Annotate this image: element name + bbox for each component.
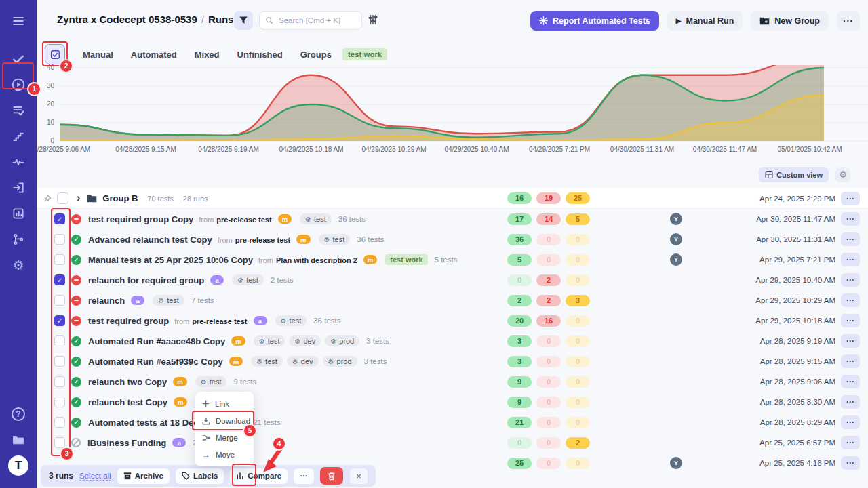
run-name[interactable]: relaunch two Copy	[88, 377, 167, 387]
help-icon[interactable]: ?	[8, 404, 28, 424]
annotation-badge-5: 5	[244, 425, 256, 436]
run-row[interactable]: ✓ test required group Copy frompre-relea…	[37, 209, 868, 229]
run-date: Apr 30, 2025 11:31 AM	[756, 235, 835, 243]
menu-item-move[interactable]: → Move	[195, 446, 254, 463]
run-date: Apr 28, 2025 9:15 AM	[760, 357, 835, 365]
tag-icon	[182, 472, 190, 480]
close-selection-button[interactable]: ×	[350, 468, 368, 484]
row-checkbox[interactable]	[54, 376, 65, 387]
result-counts: 2500	[507, 458, 590, 469]
run-row[interactable]: ✓ relaunch two Copy m ⚙test 9 tests 900 …	[37, 371, 868, 392]
owner-badge: a	[210, 275, 224, 285]
count-passed: 3	[507, 356, 532, 367]
row-more-button[interactable]: ···	[841, 293, 860, 307]
run-row[interactable]: ✓ Automated Run #ea5f939c Copy m ⚙test⚙d…	[37, 351, 868, 371]
avatar: Y	[670, 213, 682, 225]
steps-icon[interactable]	[8, 126, 28, 146]
run-name[interactable]: Advanced relaunch test Copy	[88, 235, 212, 245]
run-row[interactable]: relaunch a ⚙test 7 tests 223 Apr 29, 202…	[37, 290, 868, 310]
app-logo[interactable]: T	[8, 455, 28, 476]
row-more-button[interactable]: ···	[841, 212, 860, 226]
import-icon[interactable]	[8, 178, 28, 198]
run-name[interactable]: test required group	[88, 316, 169, 326]
menu-item-link[interactable]: Link	[195, 395, 254, 412]
run-name[interactable]: relaunch for required group	[88, 275, 204, 285]
run-row[interactable]: ✓ Automated tests at 18 Dec 2024 12 21 t…	[37, 412, 868, 432]
row-checkbox[interactable]: ✓	[54, 315, 65, 326]
row-checkbox[interactable]	[54, 254, 65, 265]
group-row[interactable]: › Group B 70 tests 28 runs 161925 Apr 24…	[37, 188, 868, 208]
selection-more-button[interactable]: ···	[294, 468, 314, 484]
row-more-button[interactable]: ···	[841, 334, 860, 348]
row-checkbox[interactable]	[54, 396, 65, 407]
row-more-button[interactable]: ···	[841, 436, 860, 449]
runs-play-icon[interactable]	[8, 75, 28, 95]
run-name[interactable]: test required group Copy	[88, 214, 193, 224]
run-name[interactable]: Manual tests at 25 Apr 2025 10:06 Copy	[88, 255, 253, 265]
run-name[interactable]: Automated Run #ea5f939c Copy	[88, 357, 223, 367]
row-more-button[interactable]: ···	[841, 273, 860, 287]
row-more-button[interactable]: ···	[841, 314, 860, 327]
row-checkbox[interactable]: ✓	[54, 274, 65, 285]
run-row[interactable]: ✓ test required group frompre-release te…	[37, 310, 868, 331]
row-checkbox[interactable]	[54, 356, 65, 367]
count-passed: 25	[507, 458, 532, 469]
delete-button[interactable]	[320, 467, 343, 485]
run-date: Apr 25, 2025 6:57 PM	[760, 439, 835, 447]
menu-icon[interactable]	[8, 11, 28, 31]
avatar: Y	[670, 457, 682, 469]
row-checkbox[interactable]	[54, 234, 65, 245]
custom-view-button[interactable]: Custom view	[759, 167, 829, 182]
run-date: Apr 29, 2025 7:21 PM	[760, 256, 835, 264]
select-all-link[interactable]: Select all	[79, 472, 111, 481]
result-counts: 300	[507, 356, 590, 367]
row-checkbox[interactable]	[54, 417, 65, 428]
run-name[interactable]: Automated Run #aaace48b Copy	[88, 336, 225, 346]
run-date: Apr 25, 2025 4:16 PM	[760, 459, 835, 467]
pulse-icon[interactable]	[8, 152, 28, 172]
run-row[interactable]: ✓ Automated Run #aaace48b Copy m ⚙test⚙d…	[37, 331, 868, 351]
run-status-icon: ✓	[71, 418, 81, 428]
env-badge: ⚙test	[254, 336, 285, 346]
row-more-button[interactable]: ···	[841, 456, 860, 470]
run-name[interactable]: relaunch	[88, 296, 125, 306]
run-name[interactable]: relaunch test Copy	[88, 397, 167, 407]
group-name[interactable]: Group B	[102, 193, 138, 203]
count-failed: 0	[536, 376, 561, 388]
run-row[interactable]: ✓ relaunch for required group a ⚙test 2 …	[37, 270, 868, 290]
row-more-button[interactable]: ···	[841, 415, 860, 429]
row-checkbox[interactable]	[54, 336, 65, 346]
gear-icon: ⚙	[294, 338, 300, 345]
branch-icon[interactable]	[8, 229, 28, 249]
archive-button[interactable]: Archive	[117, 468, 170, 484]
group-checkbox[interactable]	[57, 192, 68, 204]
row-checkbox[interactable]: ✓	[54, 214, 65, 224]
group-more-button[interactable]: ···	[841, 192, 860, 205]
labels-button[interactable]: Labels	[176, 468, 224, 484]
count-skipped: 0	[566, 234, 590, 245]
env-badge: ⚙prod	[325, 336, 359, 346]
count-failed: 14	[536, 214, 561, 225]
expand-chevron-icon[interactable]: ›	[77, 192, 80, 204]
run-name[interactable]: iBusiness Funding	[87, 438, 166, 448]
row-checkbox[interactable]	[54, 437, 65, 448]
env-badge: ⚙test	[319, 234, 351, 245]
run-row[interactable]: ✓ relaunch test Copy m ⚙test 900 Apr 28,…	[37, 392, 868, 412]
row-more-button[interactable]: ···	[841, 354, 860, 368]
run-row[interactable]: ✓ Manual tests at 25 Apr 2025 10:06 Copy…	[37, 249, 868, 270]
count-failed: 2	[536, 295, 561, 306]
checkmark-icon[interactable]	[8, 49, 28, 69]
row-more-button[interactable]: ···	[841, 232, 860, 246]
run-row[interactable]: ✓ Advanced relaunch test Copy frompre-re…	[37, 229, 868, 249]
run-row[interactable]: iBusiness Funding a 2 tests 002 Apr 25, …	[37, 432, 868, 453]
row-more-button[interactable]: ···	[841, 253, 860, 266]
row-more-button[interactable]: ···	[841, 375, 860, 388]
row-checkbox[interactable]	[54, 295, 65, 306]
table-settings-icon[interactable]: ⚙	[835, 167, 850, 182]
row-more-button[interactable]: ···	[841, 395, 860, 409]
main-area: Zyntra x Codecept 0538-0539/Runs Report …	[37, 0, 868, 488]
settings-gear-icon[interactable]: ⚙	[8, 255, 28, 275]
reports-icon[interactable]	[8, 203, 28, 224]
projects-folder-icon[interactable]	[8, 430, 28, 450]
test-cases-icon[interactable]	[8, 100, 28, 121]
